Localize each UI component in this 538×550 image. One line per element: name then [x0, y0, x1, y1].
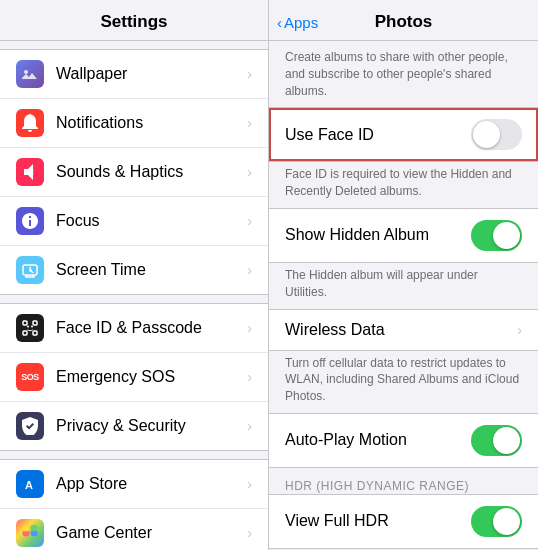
autoplay-row[interactable]: Auto-Play Motion [269, 414, 538, 467]
view-full-hdr-row[interactable]: View Full HDR [269, 495, 538, 548]
notifications-label: Notifications [56, 114, 247, 132]
gamecenter-label: Game Center [56, 524, 247, 542]
svg-rect-6 [33, 331, 37, 335]
photos-section-1: Use Face ID [269, 107, 538, 162]
gamecenter-chevron: › [247, 525, 252, 541]
faceid-chevron: › [247, 320, 252, 336]
sidebar-item-faceid[interactable]: Face ID & Passcode › [0, 304, 268, 353]
photos-section-hdr: View Full HDR [269, 494, 538, 549]
autoplay-label: Auto-Play Motion [285, 431, 471, 449]
sidebar-item-privacy[interactable]: Privacy & Security › [0, 402, 268, 450]
sounds-chevron: › [247, 164, 252, 180]
autoplay-knob [493, 427, 520, 454]
show-hidden-row[interactable]: Show Hidden Album [269, 209, 538, 262]
emergency-icon: SOS [16, 363, 44, 391]
svg-rect-0 [21, 65, 39, 83]
hdr-section-label: HDR (HIGH DYNAMIC RANGE) [269, 471, 485, 497]
photos-panel: ‹ Apps Photos Create albums to share wit… [269, 0, 538, 550]
svg-point-8 [31, 326, 33, 328]
faceid-label: Face ID & Passcode [56, 319, 247, 337]
emergency-chevron: › [247, 369, 252, 385]
autoplay-toggle[interactable] [471, 425, 522, 456]
focus-icon [16, 207, 44, 235]
sidebar-item-screentime[interactable]: Screen Time › [0, 246, 268, 294]
back-label: Apps [284, 14, 318, 31]
show-hidden-label: Show Hidden Album [285, 226, 471, 244]
sounds-label: Sounds & Haptics [56, 163, 247, 181]
screentime-icon [16, 256, 44, 284]
view-full-hdr-toggle[interactable] [471, 506, 522, 537]
svg-rect-5 [23, 331, 27, 335]
privacy-chevron: › [247, 418, 252, 434]
svg-rect-3 [23, 321, 27, 325]
svg-point-1 [24, 70, 28, 74]
face-id-desc: Face ID is required to view the Hidden a… [269, 162, 538, 208]
photos-header: ‹ Apps Photos [269, 0, 538, 41]
svg-text:A: A [25, 479, 33, 491]
sounds-icon [16, 158, 44, 186]
view-full-hdr-label: View Full HDR [285, 512, 471, 530]
notifications-chevron: › [247, 115, 252, 131]
wallpaper-chevron: › [247, 66, 252, 82]
wireless-data-label: Wireless Data [285, 321, 517, 339]
sidebar-item-appstore[interactable]: A App Store › [0, 460, 268, 509]
settings-group-1: Wallpaper › Notifications › Sounds & Hap… [0, 49, 268, 295]
view-full-hdr-knob [493, 508, 520, 535]
show-hidden-knob [493, 222, 520, 249]
face-id-row[interactable]: Use Face ID [269, 108, 538, 161]
privacy-label: Privacy & Security [56, 417, 247, 435]
svg-rect-4 [33, 321, 37, 325]
wireless-data-chevron: › [517, 322, 522, 338]
appstore-chevron: › [247, 476, 252, 492]
sidebar-item-gamecenter[interactable]: Game Center › [0, 509, 268, 550]
svg-point-7 [27, 326, 29, 328]
settings-group-3: A App Store › Game Center › iCloud › Wal… [0, 459, 268, 550]
back-chevron: ‹ [277, 14, 282, 31]
screentime-chevron: › [247, 262, 252, 278]
settings-header: Settings [0, 0, 268, 41]
photos-intro: Create albums to share with other people… [269, 41, 538, 107]
show-hidden-desc: The Hidden album will appear under Utili… [269, 263, 538, 309]
faceid-icon [16, 314, 44, 342]
sidebar-item-sounds[interactable]: Sounds & Haptics › [0, 148, 268, 197]
wallpaper-icon [16, 60, 44, 88]
sidebar-item-emergency[interactable]: SOS Emergency SOS › [0, 353, 268, 402]
focus-label: Focus [56, 212, 247, 230]
screentime-label: Screen Time [56, 261, 247, 279]
photos-section-4: Auto-Play Motion [269, 413, 538, 468]
wallpaper-label: Wallpaper [56, 65, 247, 83]
photos-section-2: Show Hidden Album [269, 208, 538, 263]
settings-panel: Settings Wallpaper › Notifications › Sou… [0, 0, 269, 550]
privacy-icon [16, 412, 44, 440]
face-id-toggle-knob [473, 121, 500, 148]
photos-title: Photos [375, 12, 433, 32]
face-id-label: Use Face ID [285, 126, 471, 144]
face-id-toggle[interactable] [471, 119, 522, 150]
gamecenter-icon [16, 519, 44, 547]
wireless-data-row[interactable]: Wireless Data › [269, 310, 538, 350]
focus-chevron: › [247, 213, 252, 229]
wireless-data-desc: Turn off cellular data to restrict updat… [269, 351, 538, 413]
sidebar-item-notifications[interactable]: Notifications › [0, 99, 268, 148]
appstore-icon: A [16, 470, 44, 498]
notifications-icon [16, 109, 44, 137]
appstore-label: App Store [56, 475, 247, 493]
settings-title: Settings [16, 12, 252, 32]
emergency-label: Emergency SOS [56, 368, 247, 386]
sidebar-item-wallpaper[interactable]: Wallpaper › [0, 50, 268, 99]
sidebar-item-focus[interactable]: Focus › [0, 197, 268, 246]
back-button[interactable]: ‹ Apps [277, 14, 318, 31]
photos-section-3: Wireless Data › [269, 309, 538, 351]
show-hidden-toggle[interactable] [471, 220, 522, 251]
settings-group-2: Face ID & Passcode › SOS Emergency SOS ›… [0, 303, 268, 451]
